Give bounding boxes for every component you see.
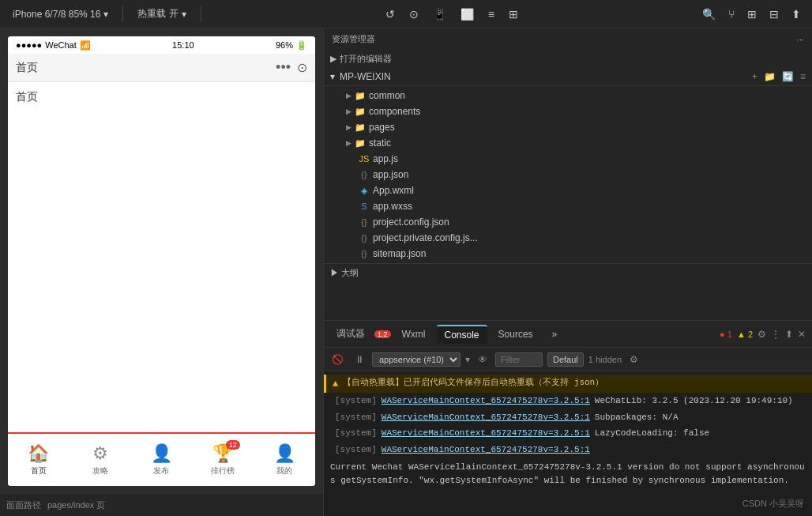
- tab-home[interactable]: 🏠 首页: [8, 443, 70, 476]
- tab-wxml[interactable]: Wxml: [394, 326, 434, 343]
- tab-publish-label: 发布: [153, 465, 169, 476]
- settings-icon[interactable]: ⚙: [757, 329, 766, 340]
- tab-guides-label: 攻略: [92, 465, 108, 476]
- project-header: ▾ MP-WEIXIN + 📁 🔄 ≡: [324, 68, 812, 86]
- console-message: WeChatLib: 3.2.5 (2023.12.20 19:49:10): [595, 394, 793, 408]
- carrier-label: WeChat: [45, 40, 77, 50]
- folder-components[interactable]: ▶ 📁 components: [324, 104, 812, 119]
- device-selector[interactable]: iPhone 6/7/8 85% 16 ▾: [8, 7, 113, 21]
- js-file-icon: JS: [359, 154, 370, 164]
- phone-status-bar: ●●●●● WeChat 📶 15:10 96% 🔋: [8, 36, 315, 54]
- system-tag: [system]: [335, 394, 377, 408]
- more-options-icon[interactable]: ⋮: [771, 329, 780, 340]
- toolbar-separator2: [201, 6, 201, 22]
- file-name: app.js: [373, 153, 398, 164]
- chevron-right-icon: ▶: [346, 139, 351, 147]
- tab-sources[interactable]: Sources: [491, 326, 541, 343]
- file-project-private-config[interactable]: {} project.private.config.js...: [324, 230, 812, 246]
- status-time: 15:10: [172, 40, 194, 50]
- tablet-icon[interactable]: ⬜: [457, 6, 477, 22]
- context-selector[interactable]: appservice (#10): [372, 352, 461, 367]
- chevron-right-icon: ▶: [346, 123, 351, 131]
- system-tag: [system]: [335, 427, 377, 440]
- file-project-config[interactable]: {} project.config.json: [324, 214, 812, 230]
- tab-guides[interactable]: ⚙ 攻略: [70, 443, 131, 476]
- file-app-wxss[interactable]: S app.wxss: [324, 198, 812, 214]
- source-link[interactable]: WAServiceMainContext_6572475278v=3.2.5:1: [382, 427, 590, 440]
- expand-icon[interactable]: ⬆: [785, 329, 793, 340]
- folder-pages[interactable]: ▶ 📁 pages: [324, 119, 812, 135]
- tab-rank[interactable]: 🏆 12 排行榜: [192, 443, 254, 476]
- nav-more-icon[interactable]: •••: [276, 59, 291, 76]
- outline-section[interactable]: ▶ 大纲: [324, 263, 812, 282]
- device-label: iPhone 6/7/8 85% 16: [13, 9, 100, 20]
- file-name: project.private.config.js...: [373, 232, 478, 243]
- tab-publish[interactable]: 👤 发布: [131, 443, 193, 476]
- rank-icon: 🏆 12: [212, 443, 234, 464]
- file-app-json[interactable]: {} app.json: [324, 167, 812, 183]
- pause-button[interactable]: ⏸: [351, 352, 367, 367]
- folder-common[interactable]: ▶ 📁 common: [324, 88, 812, 104]
- new-folder-icon[interactable]: 📁: [764, 71, 776, 82]
- collapse-all-icon[interactable]: ≡: [800, 71, 806, 82]
- folder-name: pages: [369, 122, 395, 133]
- upload-icon[interactable]: ⬆: [788, 6, 804, 22]
- hot-reload-toggle[interactable]: 热重载 开 ▾: [133, 6, 190, 22]
- stop-icon[interactable]: ⊙: [406, 6, 422, 22]
- chevron-down-icon: ▾: [103, 9, 108, 20]
- refresh-explorer-icon[interactable]: 🔄: [782, 71, 794, 82]
- explorer-more-icon[interactable]: ···: [797, 35, 804, 44]
- file-name: project.config.json: [373, 217, 449, 228]
- source-link[interactable]: WAServiceMainContext_6572475278v=3.2.5:1: [382, 394, 590, 408]
- grid-icon[interactable]: ⊞: [744, 6, 760, 22]
- console-line-system4: [system] WAServiceMainContext_6572475278…: [324, 442, 812, 489]
- clear-console-button[interactable]: 🚫: [329, 352, 347, 367]
- project-chevron-icon: ▾: [330, 71, 335, 82]
- layout-icon[interactable]: ⊟: [766, 6, 782, 22]
- search-icon[interactable]: 🔍: [699, 6, 719, 22]
- wifi-icon[interactable]: ≡: [485, 6, 498, 22]
- home-icon: 🏠: [28, 443, 49, 464]
- folder-static[interactable]: ▶ 📁 static: [324, 135, 812, 151]
- nav-record-icon[interactable]: ⊙: [297, 60, 307, 75]
- explorer-title: 资源管理器: [332, 33, 375, 45]
- source-link[interactable]: WAServiceMainContext_6572475278v=3.2.5:1: [382, 411, 590, 424]
- phone-icon[interactable]: 📱: [430, 6, 449, 22]
- phone-nav-bar: 首页 ••• ⊙: [8, 54, 315, 82]
- tab-profile-label: 我的: [276, 465, 292, 476]
- console-line-system2: [system] WAServiceMainContext_6572475278…: [324, 409, 812, 426]
- bottom-info-bar: 面面路径 pages/index 页: [0, 494, 323, 516]
- tab-rank-label: 排行榜: [211, 465, 235, 476]
- refresh-icon[interactable]: ↺: [382, 6, 398, 22]
- file-app-js[interactable]: JS app.js: [324, 151, 812, 167]
- scan-icon[interactable]: ⊞: [506, 6, 521, 22]
- debugger-tabs-bar: 调试器 1,2 Wxml Console Sources » ● 1 ▲ 2 ⚙: [324, 321, 812, 348]
- tab-more-icon[interactable]: »: [544, 326, 566, 343]
- tab-console[interactable]: Console: [437, 325, 487, 344]
- source-link[interactable]: WAServiceMainContext_6572475278v=3.2.5:1: [382, 443, 590, 457]
- file-name: app.wxss: [373, 201, 412, 212]
- tab-profile[interactable]: 👤 我的: [254, 443, 315, 476]
- gear-icon[interactable]: ⚙: [626, 352, 641, 367]
- phone-screen: ●●●●● WeChat 📶 15:10 96% 🔋 首页 ••• ⊙: [8, 36, 315, 486]
- top-toolbar: iPhone 6/7/8 85% 16 ▾ 热重载 开 ▾ ↺ ⊙ 📱 ⬜ ≡ …: [0, 0, 812, 28]
- file-sitemap-json[interactable]: {} sitemap.json: [324, 246, 812, 262]
- file-name: app.json: [373, 169, 408, 180]
- file-app-wxml[interactable]: ◈ App.wxml: [324, 183, 812, 198]
- close-icon[interactable]: ✕: [798, 329, 806, 340]
- console-toolbar: 🚫 ⏸ appservice (#10) ▾ 👁 Defaul 1 hidden…: [324, 348, 812, 371]
- open-editors-section[interactable]: ▶ 打开的编辑器: [324, 50, 812, 68]
- branch-icon[interactable]: ⑂: [725, 6, 738, 22]
- json-file-icon: {}: [359, 233, 370, 243]
- file-name: App.wxml: [373, 185, 414, 196]
- watermark: CSDN 小吴吴呀: [742, 498, 804, 510]
- eye-icon[interactable]: 👁: [475, 352, 491, 367]
- debugger-panel: 调试器 1,2 Wxml Console Sources » ● 1 ▲ 2 ⚙: [324, 321, 812, 516]
- battery-icon: 🔋: [296, 40, 307, 51]
- log-level-button[interactable]: Defaul: [547, 352, 584, 367]
- new-file-icon[interactable]: +: [752, 71, 757, 82]
- outline-label: 大纲: [341, 268, 359, 277]
- publish-icon: 👤: [151, 443, 172, 464]
- filter-input[interactable]: [495, 352, 543, 367]
- phone-content: 首页: [8, 82, 315, 432]
